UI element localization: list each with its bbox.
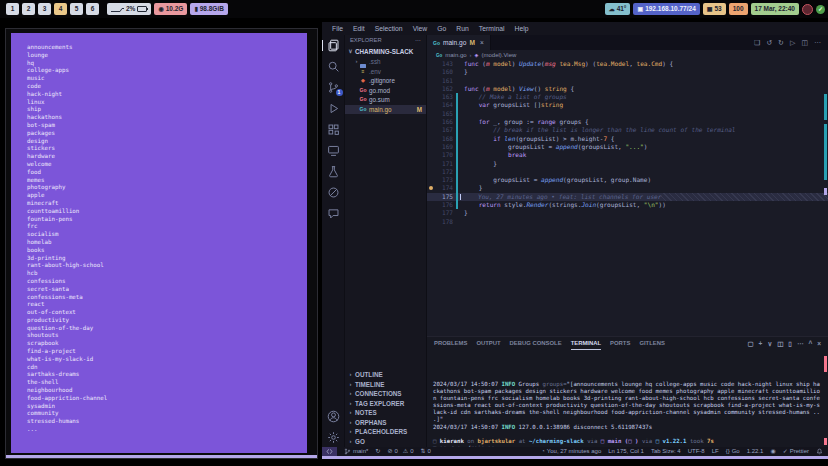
workspace-5[interactable]: 5 — [70, 3, 83, 15]
panel-tab-output[interactable]: OUTPUT — [476, 337, 500, 350]
section-go[interactable]: ›GO — [345, 437, 426, 447]
breadcrumb[interactable]: Go main.go › ◈ (model).View — [427, 50, 828, 60]
channel-item: scrapbook — [27, 340, 107, 348]
network-widget[interactable]: ▣ 192.168.10.77/24 — [633, 3, 699, 15]
tray-icon-red[interactable] — [802, 4, 813, 15]
terminal-output[interactable]: 2024/03/17 14:50:07 INFO Groups groups="… — [427, 350, 828, 447]
formatter-status[interactable]: ✓ Prettier — [783, 447, 809, 456]
gitlens-icon[interactable] — [327, 186, 340, 199]
panel-tab-debug-console[interactable]: DEBUG CONSOLE — [510, 337, 562, 350]
breadcrumb-file[interactable]: main.go — [445, 50, 466, 60]
panel-tab-problems[interactable]: PROBLEMS — [434, 337, 467, 350]
section-outline[interactable]: ›OUTLINE — [345, 370, 426, 380]
workspace-6[interactable]: 6 — [86, 3, 99, 15]
menu-run[interactable]: Run — [451, 22, 473, 35]
project-root[interactable]: ∨ CHARMING-SLACK — [345, 47, 426, 57]
workspace-1[interactable]: 1 — [6, 3, 19, 15]
clock-widget[interactable]: 17 Mar, 22:40 — [751, 3, 799, 15]
section-timeline[interactable]: ›TIMELINE — [345, 380, 426, 390]
menu-edit[interactable]: Edit — [348, 22, 370, 35]
window-accent — [322, 456, 828, 459]
accounts-icon[interactable] — [327, 410, 340, 423]
branch-status[interactable]: main* — [344, 447, 368, 456]
memory-widget[interactable]: ▮ 98.8GiB — [190, 3, 228, 15]
terminal-launch-icon[interactable]: ▢ — [747, 337, 753, 350]
go-version[interactable]: 1.22.1 — [747, 447, 764, 456]
remote-indicator[interactable] — [322, 447, 337, 456]
previous-change-icon[interactable]: ↺ — [766, 35, 772, 50]
close-tab-icon[interactable]: × — [480, 35, 484, 50]
workspace-4[interactable]: 4 — [54, 3, 67, 15]
panel-more-icon[interactable]: ⋯ — [797, 337, 804, 350]
tray-icon-green[interactable]: ✓ — [816, 5, 825, 14]
sync-status[interactable]: ↻ — [375, 447, 380, 456]
cursor-position[interactable]: Ln 175, Col 1 — [608, 447, 644, 456]
testing-icon[interactable] — [327, 165, 340, 178]
explorer-icon[interactable] — [327, 39, 340, 52]
run-debug-icon[interactable] — [327, 102, 340, 115]
file-main.go[interactable]: Gomain.goM — [345, 105, 426, 115]
close-panel-icon[interactable]: × — [817, 337, 821, 350]
settings-gear-icon[interactable] — [327, 431, 340, 444]
file-.env[interactable]: ≡.env — [345, 67, 426, 77]
vscode-window[interactable]: FileEditSelectionViewGoRunTerminalHelp 1… — [322, 22, 828, 459]
explorer-actions-icon[interactable]: ⋯ — [415, 36, 421, 46]
next-change-icon[interactable]: ↻ — [778, 35, 784, 50]
section-placeholders[interactable]: ›PLACEHOLDERS — [345, 427, 426, 437]
open-changes-icon[interactable]: ❏ — [754, 35, 760, 50]
breadcrumb-symbol[interactable]: (model).View — [481, 50, 516, 60]
file-go.sum[interactable]: Gogo.sum — [345, 95, 426, 105]
encoding[interactable]: UTF-8 — [688, 447, 705, 456]
menu-go[interactable]: Go — [432, 22, 451, 35]
panel-tab-ports[interactable]: PORTS — [610, 337, 630, 350]
section-connections[interactable]: ›CONNECTIONS — [345, 389, 426, 399]
code-line: 168 if len(groupsList) > m.height-7 { — [427, 135, 828, 143]
disk-widget[interactable]: ◉ 10.2G — [154, 3, 187, 15]
new-terminal-icon[interactable]: + — [759, 337, 763, 350]
menu-file[interactable]: File — [327, 22, 348, 35]
battery-widget[interactable]: 2% — [107, 3, 151, 15]
eol[interactable]: LF — [712, 447, 719, 456]
section-notes[interactable]: ›NOTES — [345, 408, 426, 418]
overview-ruler[interactable] — [822, 60, 828, 336]
code-editor[interactable]: 143func (m model) Update(msg tea.Msg) (t… — [427, 60, 828, 336]
source-control-icon[interactable]: 1 — [327, 81, 340, 94]
language-mode[interactable]: {} Go — [726, 447, 740, 456]
maximize-panel-icon[interactable]: ^ — [808, 337, 812, 350]
gomod-icon: Go — [359, 86, 367, 96]
terminal-profile-chevron-icon[interactable]: ∨ — [767, 337, 772, 350]
menu-selection[interactable]: Selection — [370, 22, 408, 35]
split-editor-icon[interactable]: ◫ — [801, 35, 808, 50]
brightness-widget[interactable]: 100 — [729, 3, 748, 15]
more-actions-icon[interactable]: ⋯ — [814, 35, 821, 50]
section-tag-explorer[interactable]: ›TAG EXPLORER — [345, 399, 426, 409]
search-icon[interactable] — [327, 60, 340, 73]
file-.gitignore[interactable]: ◆.gitignore — [345, 76, 426, 86]
menu-terminal[interactable]: Terminal — [474, 22, 510, 35]
remote-explorer-icon[interactable] — [327, 144, 340, 157]
file-go.mod[interactable]: Gogo.mod — [345, 86, 426, 96]
ports-status[interactable]: ⇅0 — [420, 447, 430, 456]
extensions-icon[interactable] — [327, 123, 340, 136]
split-terminal-icon[interactable]: ◫ — [777, 337, 783, 350]
run-file-icon[interactable]: ▷ — [790, 35, 795, 50]
notifications-bell-icon[interactable] — [816, 448, 823, 455]
section-orphans[interactable]: ›ORPHANS — [345, 418, 426, 428]
workspace-2[interactable]: 2 — [22, 3, 35, 15]
comments-icon[interactable] — [327, 207, 340, 220]
menu-help[interactable]: Help — [509, 22, 533, 35]
panel-tab-gitlens[interactable]: GITLENS — [639, 337, 665, 350]
workspace-3[interactable]: 3 — [38, 3, 51, 15]
weather-widget[interactable]: ☁ 41° — [605, 3, 631, 15]
menu-view[interactable]: View — [408, 22, 433, 35]
file-.ssh[interactable]: ›.ssh — [345, 57, 426, 67]
keyboard-widget[interactable]: ▦ 53 — [703, 3, 726, 15]
blame-status[interactable]: ◔ You, 27 minutes ago — [541, 447, 601, 456]
copilot-icon[interactable]: ◉ — [770, 447, 775, 456]
problems-status[interactable]: ⊘0 ⚠0 — [387, 447, 413, 456]
terminal-window[interactable]: announcementsloungehqcollege-appsmusicco… — [5, 28, 318, 459]
tab-main-go[interactable]: Go main.go M × — [427, 35, 491, 50]
panel-tab-terminal[interactable]: TERMINAL — [571, 337, 601, 350]
kill-terminal-icon[interactable]: ▯ — [788, 337, 792, 350]
tab-size[interactable]: Tab Size: 4 — [651, 447, 681, 456]
